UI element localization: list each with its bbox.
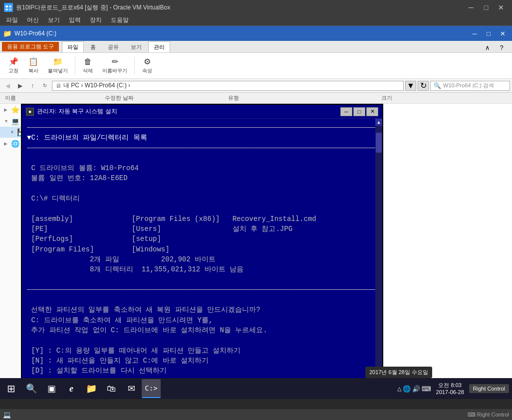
- cmd-separator: ────────────────────────────────────────…: [27, 143, 377, 153]
- ribbon-btn-rename[interactable]: ✏ 이름바꾸기: [98, 55, 131, 76]
- vbox-close-button[interactable]: ✕: [494, 2, 508, 13]
- cmd-maximize-button[interactable]: □: [353, 107, 365, 116]
- cmd-scrollbar[interactable]: ▲ ▼: [375, 119, 382, 399]
- vbox-maximize-button[interactable]: □: [479, 2, 493, 13]
- task-view-icon: ▣: [47, 383, 56, 394]
- cmd-option-d: [D] : 설치할 드라이브를 다시 선택하기: [27, 366, 377, 376]
- ribbon-btn-copy-label: 복사: [28, 67, 38, 74]
- cmd-close-button[interactable]: ✕: [366, 107, 378, 116]
- col-header-size[interactable]: 크기: [310, 94, 402, 102]
- cmd-app-icon: ■: [26, 108, 34, 116]
- back-button[interactable]: ◀: [2, 81, 13, 91]
- menu-machine[interactable]: 머신: [23, 15, 43, 25]
- col-header-name[interactable]: 이름: [5, 94, 105, 102]
- taskbar-clock[interactable]: 오전 8:03 2017-06-28: [433, 382, 467, 396]
- path-text: 내 PC › W10-Pro64 (C:) ›: [63, 81, 130, 90]
- menu-view[interactable]: 보기: [44, 15, 64, 25]
- forward-button[interactable]: ▶: [14, 81, 25, 91]
- explorer-window-controls: ─ □ ✕: [468, 28, 509, 38]
- menu-file[interactable]: 파일: [2, 15, 22, 25]
- cmd-window: ■ 관리자: 자동 복구 시스템 설치 ─ □ ✕ ──────────────…: [21, 104, 383, 399]
- col-header-date[interactable]: 수정한 날짜: [105, 94, 228, 102]
- cmd-blank-5: [27, 295, 377, 305]
- cmd-current-dir: C:\# 디렉터리: [27, 194, 377, 204]
- ribbon-btn-copy[interactable]: 📋 복사: [24, 55, 43, 76]
- svg-rect-3: [5, 8, 8, 10]
- copy-icon: 📋: [28, 57, 38, 66]
- cmd-dir-line1: [assembly] [Program Files (x86)] Recover…: [27, 214, 377, 224]
- ribbon-btn-pin[interactable]: 📌 고정: [4, 55, 23, 76]
- cmd-prompt2: C: 드라이브를 축소하여 새 파티션을 만드시려면 Y를,: [27, 315, 377, 325]
- taskbar-store-button[interactable]: 🛍: [102, 379, 121, 398]
- explorer-minimize-button[interactable]: ─: [468, 28, 481, 38]
- vbox-minimize-button[interactable]: ─: [464, 2, 478, 13]
- ribbon-btn-delete[interactable]: 🗑 삭제: [78, 55, 97, 76]
- taskbar-mail-button[interactable]: ✉: [122, 379, 141, 398]
- ribbon-minimize-button[interactable]: ∧: [481, 42, 494, 52]
- right-control-label[interactable]: Right Control: [469, 384, 509, 393]
- address-refresh-button[interactable]: ↻: [418, 81, 429, 91]
- menu-input[interactable]: 입력: [65, 15, 85, 25]
- menu-devices[interactable]: 장치: [86, 15, 106, 25]
- cmd-prompt1: 선택한 파티션의 일부를 축소하여 새 복원 파티션을 만드시겠습니까?: [27, 305, 377, 315]
- cmd-dir-line3: [PerfLogs] [setup]: [27, 234, 377, 244]
- paste-icon: 📁: [53, 57, 63, 66]
- up-button[interactable]: ↑: [27, 81, 38, 91]
- svg-rect-1: [5, 5, 8, 7]
- svg-rect-4: [9, 8, 11, 10]
- tray-keyboard-icon[interactable]: ⌨: [422, 385, 431, 393]
- cmd-title-bar: ■ 관리자: 자동 복구 시스템 설치 ─ □ ✕: [22, 105, 382, 119]
- svg-rect-2: [9, 5, 11, 7]
- ribbon-btn-properties[interactable]: ⚙ 속성: [138, 55, 157, 76]
- cmd-body[interactable]: ────────────────────────────────────────…: [22, 119, 382, 399]
- virtualbox-window: 원10IP다운로드_프로x64 [실행 중] - Oracle VM Virtu…: [0, 0, 512, 420]
- tray-volume-icon[interactable]: 🔊: [412, 385, 420, 393]
- explorer-close-button[interactable]: ✕: [496, 28, 509, 38]
- vbox-status-items: 💻: [3, 411, 11, 419]
- ribbon-help-button[interactable]: ?: [495, 42, 508, 52]
- tab-manage[interactable]: 관리: [148, 41, 170, 52]
- chevron-down-icon: ▼: [4, 119, 9, 124]
- scroll-thumb[interactable]: [376, 133, 382, 153]
- ribbon-btn-delete-label: 삭제: [83, 67, 93, 74]
- ribbon-btn-paste[interactable]: 📁 붙여넣기: [44, 55, 72, 76]
- taskbar-search-button[interactable]: 🔍: [22, 379, 41, 398]
- tab-home[interactable]: 홈: [85, 41, 101, 52]
- explorer-maximize-button[interactable]: □: [482, 28, 495, 38]
- search-box[interactable]: 🔍 W10-Pro64 (C:) 검색: [430, 81, 510, 91]
- tab-share[interactable]: 공유: [102, 41, 124, 52]
- svg-rect-0: [4, 3, 13, 12]
- chevron-right-icon: ▶: [4, 107, 9, 112]
- refresh-button[interactable]: ↻: [39, 81, 50, 91]
- taskbar-task-view-button[interactable]: ▣: [42, 379, 61, 398]
- cmd-dir-header: ▼C: 드라이브의 파일/디렉터리 목록: [27, 133, 377, 143]
- tray-arrow-icon[interactable]: △: [397, 386, 401, 392]
- tab-view[interactable]: 보기: [125, 41, 147, 52]
- cmd-separator2: ────────────────────────────────────────…: [27, 285, 377, 295]
- cmd-title-left: ■ 관리자: 자동 복구 시스템 설치: [26, 107, 117, 116]
- edge-icon: e: [69, 384, 73, 394]
- address-dropdown-button[interactable]: ▼: [405, 81, 416, 91]
- address-path[interactable]: 🖥 내 PC › W10-Pro64 (C:) ›: [52, 81, 404, 91]
- search-icon: 🔍: [434, 82, 441, 89]
- properties-icon: ⚙: [144, 57, 151, 66]
- cmd-icon: C:>: [145, 384, 157, 392]
- cmd-minimize-button[interactable]: ─: [340, 107, 352, 116]
- taskbar-cmd-button[interactable]: C:>: [142, 379, 161, 398]
- taskbar-explorer-button[interactable]: 📁: [82, 379, 101, 398]
- search-placeholder: W10-Pro64 (C:) 검색: [443, 82, 494, 89]
- ribbon-tabs-bar: 응용 프로그램 도구 파일 홈 공유 보기 관리 ∧ ?: [0, 41, 512, 53]
- scroll-up-arrow[interactable]: ▲: [375, 119, 382, 126]
- menu-help[interactable]: 도움말: [107, 15, 133, 25]
- ribbon-btn-paste-label: 붙여넣기: [48, 67, 68, 74]
- start-button[interactable]: ⊞: [1, 379, 21, 398]
- windows-taskbar: ⊞ 🔍 ▣ e 📁 🛍 ✉ C:>: [0, 378, 512, 399]
- tray-network-icon[interactable]: 🌐: [403, 385, 411, 393]
- tab-file[interactable]: 파일: [62, 41, 84, 52]
- pin-icon: 📌: [8, 57, 18, 66]
- folder-icon: 📁: [3, 29, 11, 37]
- cmd-stats1: 2개 파일 202,902 바이트: [27, 254, 377, 264]
- taskbar-edge-button[interactable]: e: [62, 379, 81, 398]
- search-icon: 🔍: [26, 383, 37, 394]
- col-header-type[interactable]: 유형: [228, 94, 310, 102]
